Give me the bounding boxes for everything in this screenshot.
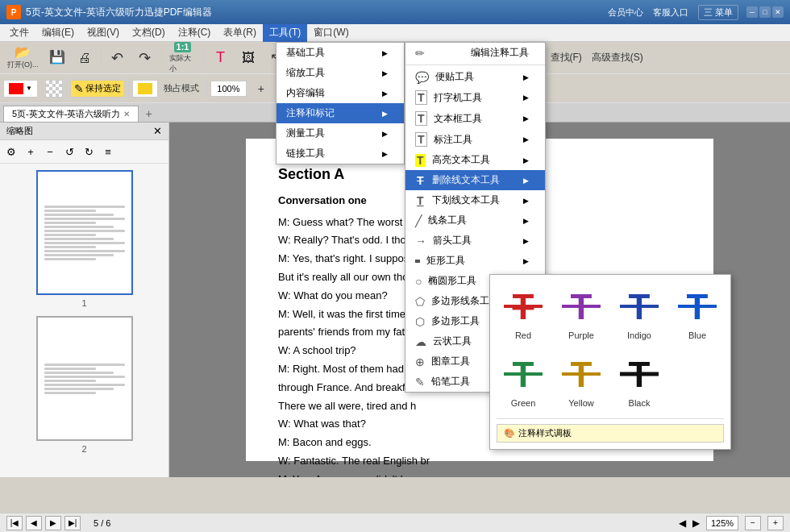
tools-content-arrow: ▶: [382, 89, 388, 98]
thumbnail-1[interactable]: 1: [6, 170, 162, 308]
menu-tools[interactable]: 工具(T): [263, 24, 307, 42]
annot-textbox-item[interactable]: T 文本框工具 ▶: [405, 108, 545, 129]
checkerboard-button[interactable]: [45, 80, 63, 98]
tab-document-1[interactable]: 5页-英文文件-英语六级听力 ✕: [3, 106, 139, 122]
cloud-icon: ☁: [415, 335, 426, 348]
tools-zoom-item[interactable]: 缩放工具 ▶: [276, 63, 404, 83]
image-button[interactable]: 🖼: [235, 46, 261, 70]
status-zoom-input[interactable]: [706, 516, 738, 530]
keep-selected-button[interactable]: ✎ 保持选定: [70, 80, 125, 98]
new-tab-button[interactable]: +: [139, 106, 158, 122]
membership-link[interactable]: 会员中心: [608, 6, 643, 19]
scroll-left-button[interactable]: ◀: [679, 517, 686, 529]
red-color-swatch: [9, 83, 23, 94]
arrow-icon: →: [415, 235, 426, 247]
print-button[interactable]: 🖨: [72, 46, 98, 70]
annot-callout-item[interactable]: T 标注工具 ▶: [405, 129, 545, 150]
sidebar-zoom-out-button[interactable]: −: [41, 143, 59, 160]
tools-annotation-item[interactable]: 注释和标记 ▶: [276, 103, 404, 123]
menu-edit[interactable]: 编辑(E): [35, 24, 81, 42]
rect-icon: [415, 260, 420, 263]
scroll-right-button[interactable]: ▶: [692, 517, 700, 529]
menu-document[interactable]: 文档(D): [126, 24, 172, 42]
tools-basic-item[interactable]: 基础工具 ▶: [276, 43, 404, 63]
annot-rect-item[interactable]: 矩形工具 ▶: [405, 251, 545, 271]
color-blue-item[interactable]: T Blue: [671, 281, 724, 344]
text-edit-button[interactable]: T: [208, 46, 234, 70]
thumb-content-2: [38, 359, 131, 399]
polyline-icon: ⬠: [415, 295, 425, 308]
menu-view[interactable]: 视图(V): [81, 24, 126, 42]
tab-close-button[interactable]: ✕: [123, 110, 130, 118]
sidebar-options-button[interactable]: ⚙: [2, 143, 20, 160]
save-button[interactable]: 💾: [44, 46, 70, 70]
last-page-button[interactable]: ▶|: [64, 516, 81, 530]
style-panel-label: 注释样式调板: [518, 427, 572, 439]
thumb-content-1: [38, 201, 131, 265]
status-zoom-in-button[interactable]: +: [767, 516, 784, 530]
color-green-item[interactable]: T Green: [497, 349, 550, 412]
zoom-in-button[interactable]: +: [248, 77, 274, 101]
actual-size-button[interactable]: 1:1 实际大小: [165, 46, 201, 70]
color-red-item[interactable]: T Red: [497, 281, 550, 344]
maximize-button[interactable]: □: [759, 6, 771, 18]
thumbnail-2[interactable]: 2: [6, 316, 162, 454]
red-color-button[interactable]: ▼: [3, 80, 38, 98]
yellow-fill-button[interactable]: [132, 80, 158, 98]
zoom-input[interactable]: [210, 81, 247, 97]
annot-sticky-item[interactable]: 💬 便贴工具 ▶: [405, 67, 545, 87]
menu-form[interactable]: 表单(R): [217, 24, 263, 42]
menu-window[interactable]: 窗口(W): [307, 24, 355, 42]
close-button[interactable]: ✕: [772, 6, 784, 18]
annot-line-item[interactable]: ╱ 线条工具 ▶: [405, 210, 545, 231]
exclusive-mode-button[interactable]: 独占模式: [160, 77, 203, 101]
minimize-button[interactable]: ─: [746, 6, 758, 18]
annot-edit-label: 编辑注释工具: [471, 46, 529, 60]
color-black-icon: T: [617, 353, 662, 395]
annot-arrow-item[interactable]: → 箭头工具 ▶: [405, 231, 545, 251]
tools-content-item[interactable]: 内容编辑 ▶: [276, 83, 404, 103]
menu-annotation[interactable]: 注释(C): [172, 24, 218, 42]
menu-button[interactable]: 三 菜单: [698, 5, 738, 20]
annot-typewriter-item[interactable]: T 打字机工具 ▶: [405, 87, 545, 108]
sidebar-rotate-right-button[interactable]: ↻: [80, 143, 98, 160]
annot-underline-item[interactable]: T 下划线文本工具 ▶: [405, 190, 545, 210]
color-yellow-item[interactable]: T Yellow: [555, 349, 608, 412]
open-button[interactable]: 📂 打开(O)...: [3, 46, 43, 70]
app-icon: P: [6, 5, 21, 19]
annot-highlight-item[interactable]: T 高亮文本工具 ▶: [405, 150, 545, 170]
customer-service-link[interactable]: 客服入口: [653, 6, 688, 19]
annot-edit-item[interactable]: ✏ 编辑注释工具: [405, 43, 545, 63]
next-page-button[interactable]: ▶: [45, 516, 61, 530]
find-button[interactable]: 查找(F): [547, 46, 586, 70]
tools-link-arrow: ▶: [382, 150, 388, 158]
sidebar-extra-button[interactable]: ≡: [99, 143, 117, 160]
style-panel-button[interactable]: 🎨 注释样式调板: [497, 424, 724, 443]
status-zoom-out-button[interactable]: −: [745, 516, 761, 530]
color-indigo-label: Indigo: [627, 330, 651, 340]
line-icon: ╱: [415, 214, 422, 227]
color-indigo-item[interactable]: T Indigo: [613, 281, 666, 344]
annot-rect-label: 矩形工具: [426, 254, 465, 268]
menu-file[interactable]: 文件: [3, 24, 35, 42]
color-yellow-icon: T: [559, 353, 604, 395]
annot-stamp-label: 图章工具: [431, 355, 470, 368]
undo-button[interactable]: ↶: [105, 46, 131, 70]
annot-edit-icon: ✏: [415, 47, 425, 60]
sep3: [204, 48, 205, 68]
sidebar-close-icon[interactable]: ✕: [153, 125, 162, 137]
advanced-find-button[interactable]: 高级查找(S): [588, 46, 647, 70]
annot-strikethrough-item[interactable]: T 删除线文本工具 ▶: [405, 170, 545, 190]
polygon-icon: ⬡: [415, 315, 425, 328]
first-page-button[interactable]: |◀: [6, 516, 23, 530]
color-black-item[interactable]: T Black: [613, 349, 666, 412]
tools-measure-item[interactable]: 测量工具 ▶: [276, 123, 404, 143]
color-dropdown-arrow[interactable]: ▼: [26, 85, 32, 92]
tools-link-item[interactable]: 链接工具 ▶: [276, 143, 404, 164]
prev-page-button[interactable]: ◀: [26, 516, 42, 530]
redo-button[interactable]: ↷: [132, 46, 158, 70]
annot-polygon-label: 多边形工具: [431, 314, 480, 328]
sidebar-rotate-left-button[interactable]: ↺: [60, 143, 78, 160]
sidebar-zoom-in-button[interactable]: +: [22, 143, 40, 160]
color-purple-item[interactable]: T Purple: [555, 281, 608, 344]
